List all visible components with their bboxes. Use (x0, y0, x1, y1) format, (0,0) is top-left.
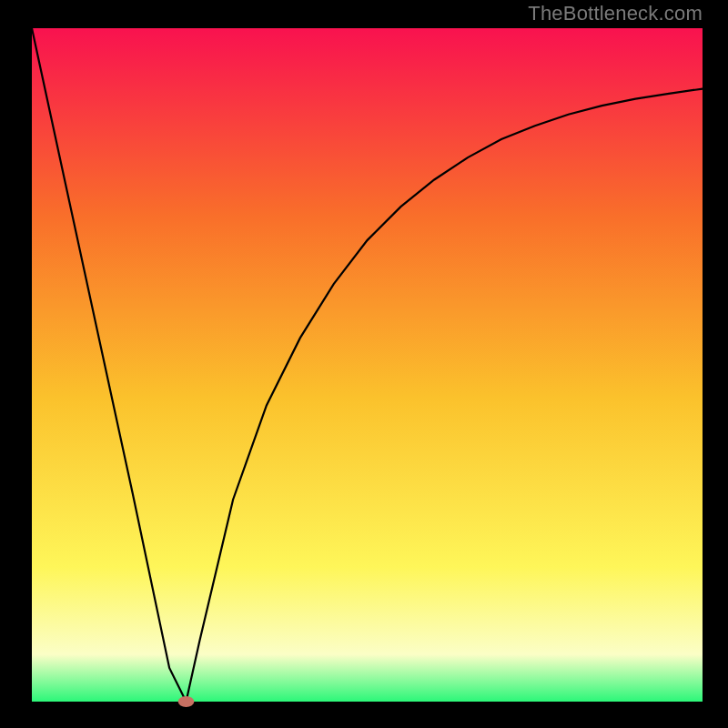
chart-frame: TheBottleneck.com (0, 0, 728, 728)
chart-canvas (0, 0, 728, 728)
optimal-point-marker (178, 696, 195, 707)
plot-background (32, 28, 703, 702)
